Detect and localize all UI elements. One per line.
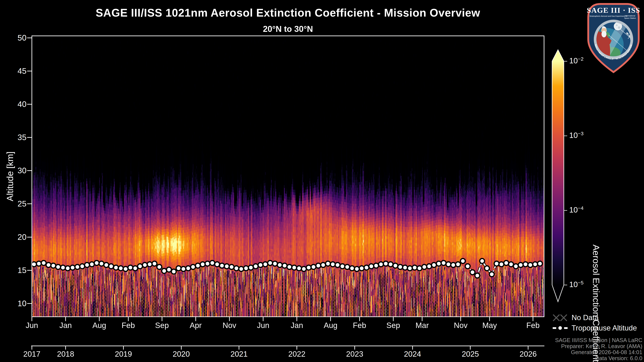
year-tick-mark xyxy=(32,346,32,350)
heatmap-canvas xyxy=(32,35,544,317)
x-tick-month-label: Jun xyxy=(26,321,38,329)
x-tick-mark xyxy=(99,317,100,321)
y-tick-label: 40 xyxy=(1,100,26,108)
x-tick-mark xyxy=(128,317,129,321)
y-tick-label: 10 xyxy=(1,300,26,308)
x-tick-mark xyxy=(533,317,533,321)
year-tick-mark xyxy=(296,346,297,350)
x-tick-mark xyxy=(422,317,422,321)
x-tick-mark xyxy=(296,317,297,321)
year-tick-label: 2022 xyxy=(288,350,306,358)
colorbar-tick-exponent: −4 xyxy=(578,205,584,211)
y-tick-label: 30 xyxy=(1,167,26,175)
logo-sub-left: Stratospheric Aerosol and Gas Experiment… xyxy=(589,15,627,17)
year-tick-mark xyxy=(470,346,470,350)
x-tick-mark xyxy=(263,317,264,321)
colorbar-tick-exponent: −3 xyxy=(578,131,584,136)
year-tick-label: 2019 xyxy=(115,350,132,358)
logo-sub-right1: International xyxy=(625,15,635,17)
x-tick-month-label: Jan xyxy=(291,321,303,329)
x-tick-mark xyxy=(229,317,230,321)
colorbar-tick-label: 10−3 xyxy=(569,131,584,139)
y-tick-mark xyxy=(27,270,32,271)
credits-block: SAGE III/ISS Mission | NASA LaRC Prepare… xyxy=(555,337,642,361)
y-tick-mark xyxy=(27,37,32,38)
colorbar-tick-label: 10−4 xyxy=(569,206,584,214)
colorbar-tick-mark xyxy=(564,210,567,211)
x-tick-month-label: Feb xyxy=(353,321,366,329)
year-tick-label: 2020 xyxy=(172,350,190,358)
credit-mission: SAGE III/ISS Mission | NASA LaRC xyxy=(555,337,642,343)
y-tick-label: 25 xyxy=(1,200,26,208)
tropopause-line-icon xyxy=(552,323,568,333)
x-tick-month-label: Feb xyxy=(526,321,540,329)
y-tick-label: 50 xyxy=(1,34,26,42)
legend-item-no-data: No Data xyxy=(552,313,598,323)
year-axis-line xyxy=(31,346,544,346)
x-tick-month-label: Aug xyxy=(324,321,338,329)
colorbar-tick-exponent: −5 xyxy=(578,280,584,285)
year-tick-label: 2025 xyxy=(462,350,479,358)
x-tick-mark xyxy=(460,317,461,321)
y-tick-mark xyxy=(27,137,32,138)
legend-item-tropopause: Tropopause Altitude xyxy=(552,323,637,333)
year-tick-label: 2023 xyxy=(346,350,363,358)
year-tick-mark xyxy=(528,346,528,350)
y-tick-mark xyxy=(27,170,32,171)
x-tick-mark xyxy=(65,317,66,321)
heatmap-plot-area xyxy=(32,35,544,317)
y-tick-mark xyxy=(27,71,32,71)
x-tick-month-label: Sep xyxy=(155,321,169,329)
year-tick-label: 2024 xyxy=(404,350,421,358)
logo-title: SAGE III · ISS xyxy=(587,6,640,14)
year-tick-mark xyxy=(123,346,124,350)
page-title: SAGE III/ISS 1021nm Aerosol Extinction C… xyxy=(32,6,544,19)
x-tick-month-label: Feb xyxy=(122,321,135,329)
x-tick-month-label: Sep xyxy=(386,321,400,329)
colorbar-tick-label: 10−2 xyxy=(569,57,584,64)
y-tick-label: 20 xyxy=(1,233,26,241)
x-tick-month-label: Nov xyxy=(222,321,236,329)
credit-preparer: Preparer: Kevin R. Leavor (AMA) xyxy=(555,343,642,349)
year-tick-mark xyxy=(65,346,66,350)
x-tick-month-label: May xyxy=(482,321,497,329)
y-tick-mark xyxy=(27,104,32,105)
colorbar-tick-exponent: −2 xyxy=(578,56,584,62)
y-tick-label: 35 xyxy=(1,133,26,141)
x-tick-mark xyxy=(330,317,331,321)
x-tick-month-label: Jun xyxy=(257,321,269,329)
year-tick-label: 2017 xyxy=(23,350,40,358)
colorbar-tick-mark xyxy=(564,136,567,136)
y-tick-mark xyxy=(27,237,32,238)
y-tick-label: 15 xyxy=(1,266,26,274)
x-tick-month-label: Mar xyxy=(416,321,429,329)
x-tick-mark xyxy=(359,317,360,321)
year-tick-mark xyxy=(354,346,355,350)
year-tick-mark xyxy=(239,346,239,350)
colorbar xyxy=(550,47,572,308)
y-axis-label: Altitude [km] xyxy=(5,151,15,201)
y-tick-mark xyxy=(27,303,32,304)
year-tick-label: 2026 xyxy=(520,350,537,358)
x-tick-mark xyxy=(393,317,394,321)
x-tick-mark xyxy=(162,317,162,321)
x-tick-month-label: Aug xyxy=(92,321,106,329)
x-tick-mark xyxy=(196,317,196,321)
x-tick-month-label: Jan xyxy=(59,321,72,329)
legend-no-data-label: No Data xyxy=(572,313,598,322)
no-data-hatch-icon xyxy=(552,313,568,322)
sage-iii-iss-logo: SAGE III · ISS Stratospheric Aerosol and… xyxy=(584,1,643,73)
credit-version: Data Version: 6.0.0 xyxy=(555,355,642,361)
credit-generated: Generated 2026-04-08 14:01 xyxy=(555,349,642,355)
colorbar-tick-mark xyxy=(564,61,567,61)
legend-tropopause-label: Tropopause Altitude xyxy=(572,324,637,332)
colorbar-tick-label: 10−5 xyxy=(569,281,584,288)
year-tick-label: 2018 xyxy=(57,350,74,358)
year-tick-label: 2021 xyxy=(230,350,248,358)
x-tick-month-label: Nov xyxy=(454,321,468,329)
page-subtitle: 20°N to 30°N xyxy=(32,24,544,34)
x-tick-month-label: Apr xyxy=(190,321,202,329)
colorbar-gradient xyxy=(552,50,564,302)
year-tick-mark xyxy=(181,346,182,350)
year-tick-mark xyxy=(412,346,413,350)
